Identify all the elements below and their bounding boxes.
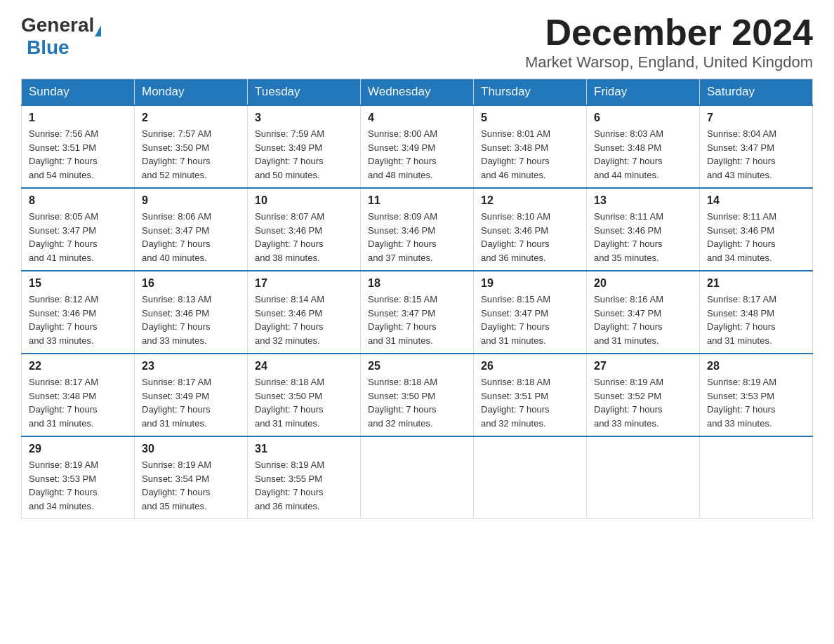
day-info: Sunrise: 8:15 AM Sunset: 3:47 PM Dayligh…: [481, 293, 579, 347]
calendar-cell: 9Sunrise: 8:06 AM Sunset: 3:47 PM Daylig…: [135, 188, 248, 271]
calendar-cell: 23Sunrise: 8:17 AM Sunset: 3:49 PM Dayli…: [135, 354, 248, 436]
day-number: 3: [255, 112, 353, 124]
calendar-cell: 16Sunrise: 8:13 AM Sunset: 3:46 PM Dayli…: [135, 271, 248, 354]
day-number: 7: [707, 112, 805, 124]
calendar-cell: 20Sunrise: 8:16 AM Sunset: 3:47 PM Dayli…: [587, 271, 700, 354]
day-number: 27: [594, 360, 692, 373]
day-info: Sunrise: 8:05 AM Sunset: 3:47 PM Dayligh…: [29, 210, 127, 264]
day-info: Sunrise: 8:19 AM Sunset: 3:53 PM Dayligh…: [29, 458, 127, 513]
day-info: Sunrise: 8:19 AM Sunset: 3:54 PM Dayligh…: [142, 458, 240, 513]
logo-arrow-icon: [95, 25, 101, 36]
day-number: 17: [255, 277, 353, 290]
calendar-cell: [474, 436, 587, 519]
day-info: Sunrise: 8:14 AM Sunset: 3:46 PM Dayligh…: [255, 293, 353, 347]
calendar-cell: 2Sunrise: 7:57 AM Sunset: 3:50 PM Daylig…: [135, 105, 248, 188]
calendar-cell: 10Sunrise: 8:07 AM Sunset: 3:46 PM Dayli…: [248, 188, 361, 271]
location-subtitle: Market Warsop, England, United Kingdom: [525, 53, 813, 72]
calendar-cell: 22Sunrise: 8:17 AM Sunset: 3:48 PM Dayli…: [22, 354, 135, 436]
calendar-cell: 21Sunrise: 8:17 AM Sunset: 3:48 PM Dayli…: [700, 271, 813, 354]
day-number: 19: [481, 277, 579, 290]
weekday-header-saturday: Saturday: [700, 79, 813, 106]
calendar-cell: 15Sunrise: 8:12 AM Sunset: 3:46 PM Dayli…: [22, 271, 135, 354]
day-number: 18: [368, 277, 466, 290]
day-info: Sunrise: 8:19 AM Sunset: 3:53 PM Dayligh…: [707, 375, 805, 430]
day-number: 29: [29, 443, 127, 455]
weekday-header-wednesday: Wednesday: [361, 79, 474, 106]
calendar-cell: 18Sunrise: 8:15 AM Sunset: 3:47 PM Dayli…: [361, 271, 474, 354]
logo: General Blue: [21, 14, 102, 59]
day-number: 22: [29, 360, 127, 373]
day-number: 10: [255, 194, 353, 207]
calendar-cell: 31Sunrise: 8:19 AM Sunset: 3:55 PM Dayli…: [248, 436, 361, 519]
day-number: 15: [29, 277, 127, 290]
calendar-cell: 29Sunrise: 8:19 AM Sunset: 3:53 PM Dayli…: [22, 436, 135, 519]
weekday-header-monday: Monday: [135, 79, 248, 106]
calendar-cell: 5Sunrise: 8:01 AM Sunset: 3:48 PM Daylig…: [474, 105, 587, 188]
day-info: Sunrise: 7:56 AM Sunset: 3:51 PM Dayligh…: [29, 127, 127, 182]
calendar-cell: 1Sunrise: 7:56 AM Sunset: 3:51 PM Daylig…: [22, 105, 135, 188]
calendar-cell: 25Sunrise: 8:18 AM Sunset: 3:50 PM Dayli…: [361, 354, 474, 436]
calendar-cell: 30Sunrise: 8:19 AM Sunset: 3:54 PM Dayli…: [135, 436, 248, 519]
calendar-cell: 17Sunrise: 8:14 AM Sunset: 3:46 PM Dayli…: [248, 271, 361, 354]
day-number: 9: [142, 194, 240, 207]
weekday-header-tuesday: Tuesday: [248, 79, 361, 106]
calendar-cell: 13Sunrise: 8:11 AM Sunset: 3:46 PM Dayli…: [587, 188, 700, 271]
day-number: 12: [481, 194, 579, 207]
day-number: 6: [594, 112, 692, 124]
day-info: Sunrise: 8:09 AM Sunset: 3:46 PM Dayligh…: [368, 210, 466, 264]
day-number: 16: [142, 277, 240, 290]
day-info: Sunrise: 8:18 AM Sunset: 3:50 PM Dayligh…: [368, 375, 466, 430]
day-info: Sunrise: 8:13 AM Sunset: 3:46 PM Dayligh…: [142, 293, 240, 347]
week-row-3: 15Sunrise: 8:12 AM Sunset: 3:46 PM Dayli…: [22, 271, 813, 354]
week-row-1: 1Sunrise: 7:56 AM Sunset: 3:51 PM Daylig…: [22, 105, 813, 188]
day-info: Sunrise: 8:19 AM Sunset: 3:52 PM Dayligh…: [594, 375, 692, 430]
day-info: Sunrise: 8:04 AM Sunset: 3:47 PM Dayligh…: [707, 127, 805, 182]
week-row-4: 22Sunrise: 8:17 AM Sunset: 3:48 PM Dayli…: [22, 354, 813, 436]
day-number: 11: [368, 194, 466, 207]
weekday-header-friday: Friday: [587, 79, 700, 106]
calendar-cell: 8Sunrise: 8:05 AM Sunset: 3:47 PM Daylig…: [22, 188, 135, 271]
calendar-cell: 28Sunrise: 8:19 AM Sunset: 3:53 PM Dayli…: [700, 354, 813, 436]
day-info: Sunrise: 8:11 AM Sunset: 3:46 PM Dayligh…: [594, 210, 692, 264]
calendar-cell: 19Sunrise: 8:15 AM Sunset: 3:47 PM Dayli…: [474, 271, 587, 354]
day-number: 30: [142, 443, 240, 455]
day-info: Sunrise: 8:16 AM Sunset: 3:47 PM Dayligh…: [594, 293, 692, 347]
day-info: Sunrise: 8:03 AM Sunset: 3:48 PM Dayligh…: [594, 127, 692, 182]
calendar-cell: 26Sunrise: 8:18 AM Sunset: 3:51 PM Dayli…: [474, 354, 587, 436]
day-info: Sunrise: 8:17 AM Sunset: 3:48 PM Dayligh…: [707, 293, 805, 347]
day-info: Sunrise: 7:59 AM Sunset: 3:49 PM Dayligh…: [255, 127, 353, 182]
day-number: 25: [368, 360, 466, 373]
day-number: 31: [255, 443, 353, 455]
day-info: Sunrise: 8:10 AM Sunset: 3:46 PM Dayligh…: [481, 210, 579, 264]
day-info: Sunrise: 8:11 AM Sunset: 3:46 PM Dayligh…: [707, 210, 805, 264]
day-info: Sunrise: 8:17 AM Sunset: 3:49 PM Dayligh…: [142, 375, 240, 430]
day-info: Sunrise: 7:57 AM Sunset: 3:50 PM Dayligh…: [142, 127, 240, 182]
day-info: Sunrise: 8:01 AM Sunset: 3:48 PM Dayligh…: [481, 127, 579, 182]
day-number: 8: [29, 194, 127, 207]
weekday-header-sunday: Sunday: [22, 79, 135, 106]
calendar-cell: 12Sunrise: 8:10 AM Sunset: 3:46 PM Dayli…: [474, 188, 587, 271]
day-info: Sunrise: 8:12 AM Sunset: 3:46 PM Dayligh…: [29, 293, 127, 347]
day-number: 21: [707, 277, 805, 290]
calendar-cell: 11Sunrise: 8:09 AM Sunset: 3:46 PM Dayli…: [361, 188, 474, 271]
title-area: December 2024 Market Warsop, England, Un…: [525, 14, 813, 72]
day-info: Sunrise: 8:15 AM Sunset: 3:47 PM Dayligh…: [368, 293, 466, 347]
logo-general-text: General: [21, 14, 94, 36]
day-number: 24: [255, 360, 353, 373]
day-number: 20: [594, 277, 692, 290]
day-info: Sunrise: 8:17 AM Sunset: 3:48 PM Dayligh…: [29, 375, 127, 430]
day-info: Sunrise: 8:06 AM Sunset: 3:47 PM Dayligh…: [142, 210, 240, 264]
day-info: Sunrise: 8:18 AM Sunset: 3:50 PM Dayligh…: [255, 375, 353, 430]
day-number: 4: [368, 112, 466, 124]
day-number: 2: [142, 112, 240, 124]
day-info: Sunrise: 8:19 AM Sunset: 3:55 PM Dayligh…: [255, 458, 353, 513]
weekday-header-thursday: Thursday: [474, 79, 587, 106]
calendar-cell: 14Sunrise: 8:11 AM Sunset: 3:46 PM Dayli…: [700, 188, 813, 271]
calendar-table: SundayMondayTuesdayWednesdayThursdayFrid…: [21, 79, 813, 519]
day-info: Sunrise: 8:07 AM Sunset: 3:46 PM Dayligh…: [255, 210, 353, 264]
day-number: 23: [142, 360, 240, 373]
weekday-header-row: SundayMondayTuesdayWednesdayThursdayFrid…: [22, 79, 813, 106]
calendar-cell: 3Sunrise: 7:59 AM Sunset: 3:49 PM Daylig…: [248, 105, 361, 188]
day-number: 13: [594, 194, 692, 207]
day-info: Sunrise: 8:18 AM Sunset: 3:51 PM Dayligh…: [481, 375, 579, 430]
